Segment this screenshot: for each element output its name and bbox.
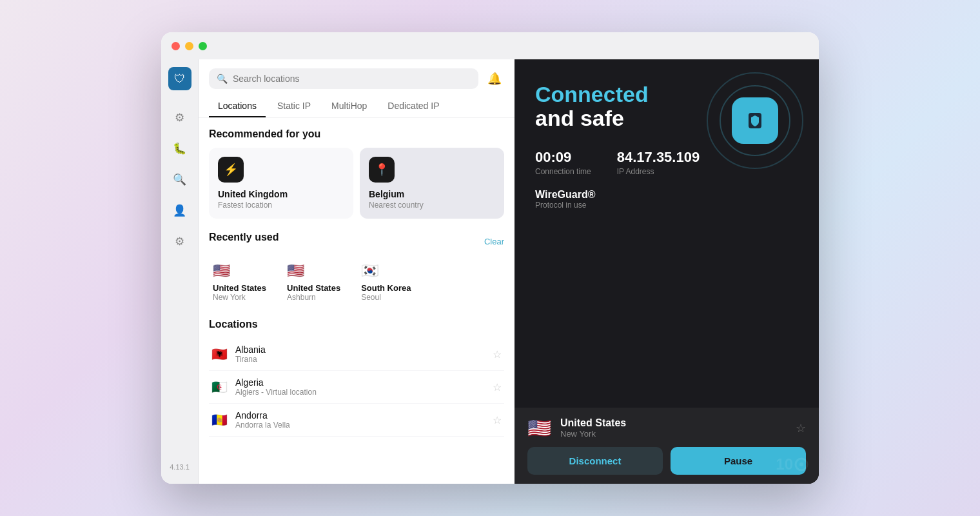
- connected-flag: 🇺🇸: [527, 417, 551, 439]
- recent-us-ash-city: Ashburn: [287, 293, 316, 302]
- bell-icon[interactable]: 🔔: [485, 69, 504, 88]
- left-panel: 🔍 🔔 Locations Static IP MultiHop Dedicat…: [199, 59, 514, 484]
- bottom-bar: 🇺🇸 United States New York ☆ Disconnect P…: [514, 408, 819, 484]
- circle-inner: [720, 85, 790, 156]
- sidebar-item-debug[interactable]: 🐛: [171, 139, 189, 157]
- tab-locations[interactable]: Locations: [209, 95, 266, 117]
- search-bar: 🔍 🔔: [199, 59, 514, 95]
- sidebar: 🛡 ⚙ 🐛 🔍 👤 ⚙ 4.13.1: [161, 59, 199, 484]
- action-buttons: Disconnect Pause: [527, 447, 806, 475]
- svg-point-2: [799, 462, 803, 466]
- recent-us-ny-city: New York: [213, 293, 246, 302]
- algeria-info: Algeria Algiers - Virtual location: [235, 377, 493, 397]
- locations-list: 🇦🇱 Albania Tirana ☆ 🇩🇿 Algeria Algiers -…: [209, 338, 504, 437]
- albania-flag: 🇦🇱: [211, 346, 228, 362]
- algeria-country: Algeria: [235, 377, 493, 388]
- recent-us-ny-country: United States: [213, 283, 266, 293]
- andorra-star[interactable]: ☆: [493, 414, 502, 426]
- logo-circle: [707, 72, 803, 169]
- connection-time-stat: 00:09 Connection time: [535, 149, 591, 176]
- favorite-star[interactable]: ☆: [796, 421, 806, 435]
- albania-city: Tirana: [235, 355, 493, 364]
- search-input[interactable]: [233, 74, 471, 84]
- algeria-flag: 🇩🇿: [211, 379, 228, 395]
- protocol-label: Protocol in use: [535, 201, 798, 210]
- version-badge: 10: [776, 455, 808, 473]
- vpn-status-area: Connected and safe 00:09 Connection time…: [514, 59, 819, 408]
- notifications-icon: ⚙: [175, 111, 184, 124]
- connection-time-value: 00:09: [535, 149, 591, 166]
- recently-used-header: Recently used Clear: [209, 232, 504, 251]
- rec-uk-country: United Kingdom: [218, 189, 344, 199]
- rec-card-uk[interactable]: ⚡ United Kingdom Fastest location: [209, 148, 353, 219]
- us-flag: 🇺🇸: [213, 263, 230, 279]
- andorra-flag: 🇦🇩: [211, 412, 228, 428]
- person-icon: 👤: [173, 204, 186, 217]
- search-input-wrap[interactable]: 🔍: [209, 68, 478, 89]
- right-panel: Connected and safe 00:09 Connection time…: [514, 59, 819, 484]
- connected-location: 🇺🇸 United States New York ☆: [527, 417, 806, 439]
- scroll-area[interactable]: Recommended for you ⚡ United Kingdom Fas…: [199, 119, 514, 484]
- version-circle-icon: [794, 457, 808, 471]
- recent-us-ash-country: United States: [287, 283, 340, 293]
- albania-star[interactable]: ☆: [493, 348, 502, 361]
- andorra-info: Andorra Andorra la Vella: [235, 410, 493, 430]
- sidebar-item-search[interactable]: 🔍: [171, 170, 189, 188]
- recent-item-us-ash[interactable]: 🇺🇸 United States Ashburn: [283, 259, 344, 306]
- clear-button[interactable]: Clear: [484, 237, 504, 246]
- us-flag-2: 🇺🇸: [287, 263, 304, 279]
- rec-card-belgium[interactable]: 📍 Belgium Nearest country: [360, 148, 504, 219]
- albania-country: Albania: [235, 344, 493, 355]
- recent-kr-city: Seoul: [361, 293, 381, 302]
- tabs: Locations Static IP MultiHop Dedicated I…: [199, 95, 514, 118]
- andorra-country: Andorra: [235, 410, 493, 421]
- circle-outer: [707, 72, 803, 169]
- minimize-button[interactable]: [185, 42, 193, 50]
- close-button[interactable]: [172, 42, 180, 50]
- ip-address-label: IP Address: [617, 167, 700, 176]
- ip-address-stat: 84.17.35.109 IP Address: [617, 149, 700, 176]
- search-icon: 🔍: [173, 173, 186, 186]
- gear-icon: ⚙: [175, 235, 184, 248]
- version-label: 4.13.1: [170, 463, 190, 476]
- location-algeria[interactable]: 🇩🇿 Algeria Algiers - Virtual location ☆: [209, 371, 504, 404]
- connected-location-info: United States New York: [560, 417, 626, 439]
- shield-icon: 🛡: [174, 72, 186, 86]
- ip-address-value: 84.17.35.109: [617, 149, 700, 166]
- algeria-city: Algiers - Virtual location: [235, 388, 493, 397]
- search-icon: 🔍: [217, 74, 228, 84]
- shield-logo-icon: [745, 110, 765, 131]
- recent-item-kr[interactable]: 🇰🇷 South Korea Seoul: [357, 259, 415, 306]
- locations-list-title: Locations: [209, 319, 504, 330]
- sidebar-item-settings[interactable]: ⚙: [171, 232, 189, 250]
- maximize-button[interactable]: [199, 42, 207, 50]
- albania-info: Albania Tirana: [235, 344, 493, 364]
- recent-item-us-ny[interactable]: 🇺🇸 United States New York: [209, 259, 270, 306]
- algeria-star[interactable]: ☆: [493, 381, 502, 393]
- recently-used-title: Recently used: [209, 232, 279, 243]
- location-andorra[interactable]: 🇦🇩 Andorra Andorra la Vella ☆: [209, 404, 504, 437]
- tab-dedicated-ip[interactable]: Dedicated IP: [378, 95, 448, 117]
- location-albania[interactable]: 🇦🇱 Albania Tirana ☆: [209, 338, 504, 371]
- sidebar-item-profile[interactable]: 👤: [171, 201, 189, 219]
- nearest-icon: 📍: [369, 157, 395, 183]
- kr-flag: 🇰🇷: [361, 263, 378, 279]
- protocol-name: WireGuard®: [535, 189, 798, 201]
- tab-multihop[interactable]: MultiHop: [322, 95, 376, 117]
- fastest-icon: ⚡: [218, 157, 244, 183]
- title-bar: [161, 32, 819, 59]
- disconnect-button[interactable]: Disconnect: [527, 447, 663, 475]
- app-logo[interactable]: 🛡: [168, 67, 191, 90]
- sidebar-item-notifications[interactable]: ⚙: [171, 108, 189, 126]
- rec-be-country: Belgium: [369, 189, 495, 199]
- connection-time-label: Connection time: [535, 167, 591, 176]
- vpn-logo-button[interactable]: [732, 97, 778, 144]
- app-window: 🛡 ⚙ 🐛 🔍 👤 ⚙ 4.13.1 🔍: [161, 32, 819, 484]
- main-content: 🛡 ⚙ 🐛 🔍 👤 ⚙ 4.13.1 🔍: [161, 59, 819, 484]
- recommended-title: Recommended for you: [209, 128, 504, 140]
- connected-country: United States: [560, 417, 626, 429]
- tab-static-ip[interactable]: Static IP: [268, 95, 320, 117]
- recent-kr-country: South Korea: [361, 283, 411, 293]
- connected-city: New York: [560, 429, 626, 439]
- recent-grid: 🇺🇸 United States New York 🇺🇸 United Stat…: [209, 259, 504, 306]
